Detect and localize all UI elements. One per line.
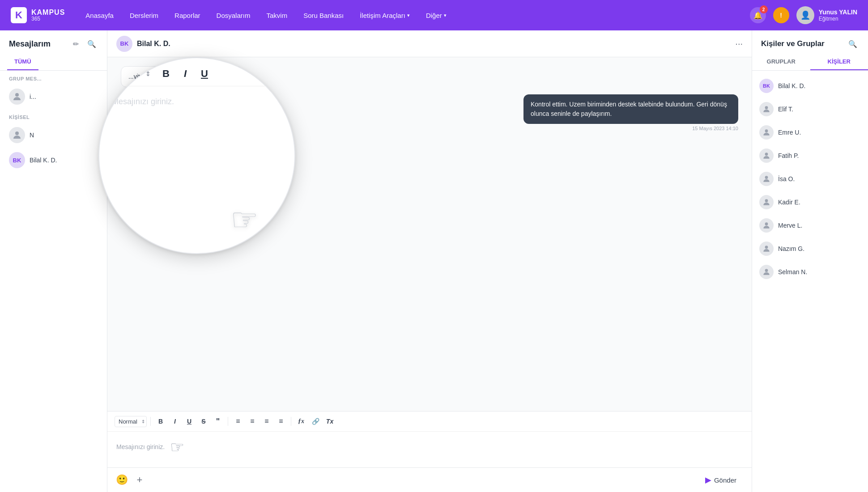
underline-button[interactable]: U [183, 415, 196, 428]
right-contact-elif[interactable]: Elif T. [752, 98, 868, 121]
send-label: Gönder [714, 476, 736, 484]
kisi-contact-avatar-bilal: BK [9, 152, 25, 168]
tab-all[interactable]: TÜMÜ [7, 54, 38, 70]
align-center-button[interactable]: ≡ [260, 415, 273, 428]
quote-button[interactable]: " [212, 415, 224, 428]
user-info: Yunus YALIN Eğitmen [819, 8, 857, 22]
sidebar-add-icon[interactable]: ✏ [69, 38, 82, 50]
msg-time-2: 15 Mayıs 2023 14:10 [692, 126, 738, 131]
right-contact-avatar-fatih [759, 148, 774, 163]
alert-button[interactable]: ! [773, 7, 789, 23]
right-contact-bilal[interactable]: BK Bilal K. D. [752, 74, 868, 98]
unordered-list-button[interactable]: ≡ [246, 415, 259, 428]
magnify-format-select[interactable]: Normal [110, 69, 152, 79]
right-contact-name-merve: Merve L. [778, 222, 802, 229]
editor-footer: 🙂 + ▶ Gönder [107, 467, 752, 492]
nav-raporlar[interactable]: Raporlar [168, 8, 207, 23]
nav-takvim[interactable]: Takvim [260, 8, 294, 23]
right-contact-selman[interactable]: Selman N. [752, 260, 868, 284]
nav-derslerim[interactable]: Derslerim [123, 8, 165, 23]
section-kisi-label: KİŞİSEL [0, 109, 107, 123]
strikethrough-button[interactable]: S [197, 415, 210, 428]
right-sidebar-header: Kişiler ve Gruplar 🔍 [752, 30, 868, 54]
editor-toolbar: Normal ⇕ B I U S " ≡ ≡ ≡ ≡ ƒx 🔗 Tx [107, 411, 752, 432]
format-select[interactable]: Normal [115, 416, 147, 427]
emoji-button[interactable]: 🙂 [115, 473, 129, 487]
chat-header-avatar: BK [116, 36, 132, 52]
magnify-italic-button[interactable]: I [180, 66, 190, 81]
right-contact-emre[interactable]: Emre U. [752, 121, 868, 144]
sidebar-icons: ✏ 🔍 [69, 38, 98, 50]
right-contact-name-emre: Emre U. [778, 129, 801, 136]
magnify-underline-button[interactable]: U [197, 66, 212, 81]
user-name: Yunus YALIN [819, 8, 857, 16]
logo-text: KAMPUS 365 [31, 8, 65, 22]
magnify-bold-button[interactable]: B [159, 66, 173, 81]
tab-kisi[interactable]: KİŞİLER [810, 54, 868, 70]
svg-point-1 [15, 131, 19, 135]
right-contact-avatar-elif [759, 102, 774, 116]
align-right-button[interactable]: ≡ [275, 415, 287, 428]
logo-365: 365 [31, 16, 65, 22]
right-contact-kadir[interactable]: Kadir E. [752, 191, 868, 214]
logo[interactable]: K KAMPUS 365 [11, 7, 65, 23]
italic-button[interactable]: I [169, 415, 181, 428]
group-contact-name: i... [30, 93, 36, 100]
toolbar-divider-2 [228, 417, 228, 426]
kisi-contact-item-1[interactable]: N [0, 123, 107, 148]
right-sidebar-search-icon[interactable]: 🔍 [847, 38, 859, 50]
send-button[interactable]: ▶ Gönder [697, 471, 745, 488]
editor-body[interactable]: Mesajınızı giriniz. ☞ [107, 432, 752, 467]
right-sidebar: Kişiler ve Gruplar 🔍 GRUPLAR KİŞİLER BK … [752, 30, 868, 492]
kisi-contact-name-bilal: Bilal K. D. [30, 157, 57, 164]
right-contact-name-elif: Elif T. [778, 106, 793, 113]
user-avatar: 👤 [796, 6, 814, 24]
notification-button[interactable]: 🔔 2 [750, 7, 766, 23]
chat-header: BK Bilal K. D. ··· [107, 30, 752, 57]
tab-groups[interactable]: GRUPLAR [752, 54, 810, 70]
send-icon: ▶ [705, 475, 711, 485]
magnify-body[interactable]: Mesajınızı giriniz. ☞ [99, 86, 294, 253]
nav-anasayfa[interactable]: Anasayfa [79, 8, 120, 23]
editor-placeholder: Mesajınızı giriniz. [116, 443, 165, 450]
chat-more-button[interactable]: ··· [735, 38, 743, 49]
right-contact-avatar-bilal: BK [759, 79, 774, 93]
nav-iletisim-araclari[interactable]: İletişim Araçları ▾ [353, 8, 416, 23]
nav-soru-bankasi[interactable]: Soru Bankası [297, 8, 350, 23]
sidebar-title: Mesajlarım [9, 39, 51, 49]
svg-point-5 [765, 176, 768, 179]
nav-right: 🔔 2 ! 👤 Yunus YALIN Eğitmen [750, 6, 857, 24]
right-contact-name-selman: Selman N. [778, 268, 807, 276]
nav-diger[interactable]: Diğer ▾ [420, 8, 453, 23]
user-area[interactable]: 👤 Yunus YALIN Eğitmen [796, 6, 857, 24]
formula-button[interactable]: ƒx [295, 415, 307, 428]
toolbar-divider-1 [150, 417, 151, 426]
right-contact-avatar-merve [759, 218, 774, 233]
right-contact-nazim[interactable]: Nazım G. [752, 237, 868, 260]
iletisim-arrow-icon: ▾ [407, 13, 410, 18]
bold-button[interactable]: B [154, 415, 167, 428]
magnify-hand-cursor-icon: ☞ [230, 204, 259, 235]
ordered-list-button[interactable]: ≡ [232, 415, 244, 428]
editor-section: Normal ⇕ B I U S " ≡ ≡ ≡ ≡ ƒx 🔗 Tx [107, 411, 752, 467]
right-contact-fatih[interactable]: Fatih P. [752, 144, 868, 167]
user-role: Eğitmen [819, 16, 857, 22]
right-contact-merve[interactable]: Merve L. [752, 214, 868, 237]
attachment-button[interactable]: + [132, 473, 147, 487]
link-button[interactable]: 🔗 [309, 415, 322, 428]
group-contact-avatar [9, 89, 25, 105]
nav-dosyalarim[interactable]: Dosyalarım [210, 8, 257, 23]
chat-area: BK Bilal K. D. ··· ...vitesi açılmıyor. … [107, 30, 752, 492]
group-contact-item[interactable]: i... [0, 84, 107, 109]
right-contact-isa[interactable]: İsa O. [752, 167, 868, 191]
magnify-placeholder: Mesajınızı giriniz. [112, 97, 174, 106]
right-contact-avatar-isa [759, 172, 774, 186]
right-contact-avatar-emre [759, 125, 774, 140]
clear-format-button[interactable]: Tx [323, 415, 336, 428]
msg-bubble-2: Kontrol ettim. Uzem biriminden destek ta… [523, 94, 738, 124]
svg-point-0 [15, 93, 19, 97]
right-contacts-list: BK Bilal K. D. Elif T. Emre U. Fatih P. [752, 71, 868, 492]
sidebar-search-icon[interactable]: 🔍 [85, 38, 98, 50]
kisi-contact-avatar-1 [9, 127, 25, 143]
kisi-contact-item-bilal[interactable]: BK Bilal K. D. [0, 148, 107, 173]
